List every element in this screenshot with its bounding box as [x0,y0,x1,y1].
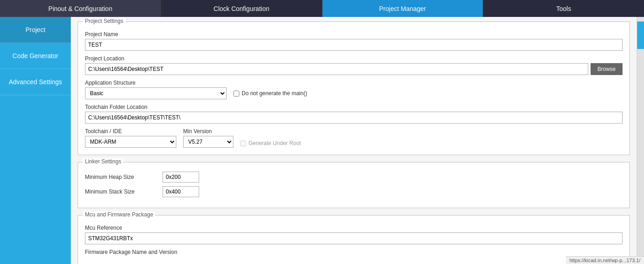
status-url: https://kicad.in.net/wp-p...173.1/ [570,258,640,263]
min-stack-size-input[interactable] [163,186,199,197]
mcu-firmware-section: Mcu and Firmware Package Mcu Reference F… [78,215,630,264]
min-version-select[interactable]: V5.27 V5.32 V5.36 [183,136,233,148]
firmware-package-group: Firmware Package Name and Version [85,249,623,255]
sidebar: Project Code Generator Advanced Settings [0,17,71,264]
sidebar-item-code-generator[interactable]: Code Generator [0,43,71,69]
generate-under-root-text: Generate Under Root [248,140,301,146]
tab-clock[interactable]: Clock Configuration [161,0,322,17]
mcu-reference-group: Mcu Reference [85,225,623,244]
project-location-row: Browse [85,63,623,75]
project-settings-section: Project Settings Project Name Project Lo… [78,22,630,155]
project-location-input[interactable] [85,63,588,75]
do-not-generate-main-checkbox[interactable] [233,91,239,97]
generate-under-root-checkbox [240,140,246,146]
mcu-firmware-title: Mcu and Firmware Package [83,211,155,218]
vertical-scrollbar[interactable] [637,17,644,264]
min-stack-size-label: Minimum Stack Size [85,189,158,195]
do-not-generate-main-text: Do not generate the main() [242,90,307,97]
toolchain-ide-group: Toolchain / IDE MDK-ARM STM32CubeIDE Mak… [85,128,176,148]
tab-pinout[interactable]: Pinout & Configuration [0,0,161,17]
linker-settings-section: Linker Settings Minimum Heap Size Minimu… [78,162,630,208]
tab-tools[interactable]: Tools [483,0,644,17]
generate-under-root-label: Generate Under Root [240,140,301,148]
project-location-group: Project Location Browse [85,55,623,75]
min-version-label: Min Version [183,128,233,135]
min-heap-size-input[interactable] [163,172,199,183]
sidebar-item-advanced-settings[interactable]: Advanced Settings [0,69,71,95]
toolchain-ide-label: Toolchain / IDE [85,128,176,135]
scrollbar-thumb[interactable] [637,22,644,49]
min-heap-size-label: Minimum Heap Size [85,174,158,180]
mcu-reference-input[interactable] [85,232,623,244]
app-structure-group: Application Structure Basic Advanced Do … [85,80,623,99]
min-heap-size-row: Minimum Heap Size [85,172,623,183]
app-structure-row: Basic Advanced Do not generate the main(… [85,87,623,99]
main-layout: Project Code Generator Advanced Settings… [0,17,644,264]
project-location-label: Project Location [85,55,623,62]
toolchain-row: Toolchain / IDE MDK-ARM STM32CubeIDE Mak… [85,128,623,148]
project-settings-title: Project Settings [83,18,126,24]
do-not-generate-main-label: Do not generate the main() [233,90,307,97]
toolchain-folder-input[interactable] [85,112,623,124]
app-structure-select[interactable]: Basic Advanced [85,87,227,99]
toolchain-ide-select[interactable]: MDK-ARM STM32CubeIDE Makefile [85,136,176,148]
min-stack-size-row: Minimum Stack Size [85,186,623,197]
firmware-package-label: Firmware Package Name and Version [85,249,623,255]
linker-settings-title: Linker Settings [83,158,123,165]
project-name-label: Project Name [85,31,623,38]
toolchain-folder-group: Toolchain Folder Location [85,104,623,124]
browse-button[interactable]: Browse [591,63,623,75]
project-name-group: Project Name [85,31,623,51]
project-name-input[interactable] [85,39,623,51]
top-navigation: Pinout & Configuration Clock Configurati… [0,0,644,17]
status-bar: https://kicad.in.net/wp-p...173.1/ [566,256,644,264]
sidebar-item-project[interactable]: Project [0,17,71,43]
mcu-reference-label: Mcu Reference [85,225,623,231]
app-structure-label: Application Structure [85,80,623,86]
content-area: Project Settings Project Name Project Lo… [71,17,637,264]
toolchain-folder-label: Toolchain Folder Location [85,104,623,110]
tab-project-manager[interactable]: Project Manager [322,0,484,17]
min-version-group: Min Version V5.27 V5.32 V5.36 [183,128,233,148]
